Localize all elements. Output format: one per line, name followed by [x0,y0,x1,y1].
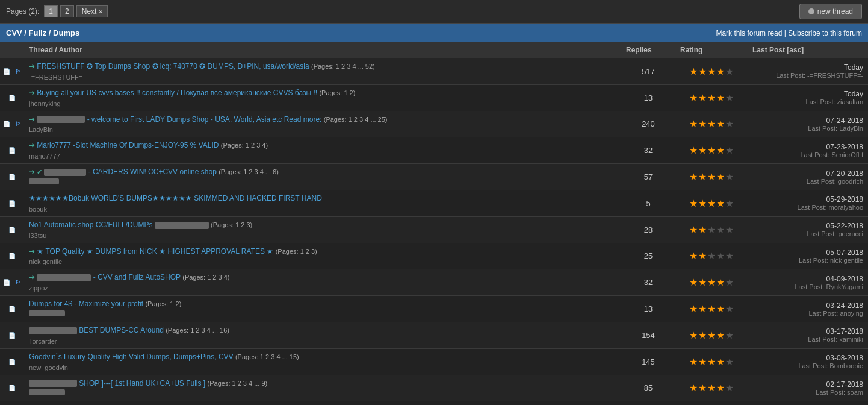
star-empty: ★ [707,224,716,236]
thread-author[interactable]: Torcarder [29,338,57,345]
lastpost-user[interactable]: Last Post: RyukYagami [752,283,863,290]
breadcrumb-dumps[interactable]: Dumps [53,28,79,37]
rating-cell[interactable]: ★★★★★ [675,190,748,216]
thread-cell: ★★★★★★Bobuk WORLD'S DUMPS★★★★★★ SKIMMED … [24,190,621,216]
lastpost-user[interactable]: Last Post: -=FRESHSTUFF=- [752,72,863,79]
rating-cell[interactable]: ★★★★★ [675,322,748,348]
rating-cell[interactable]: ★★★★★ [675,164,748,190]
star-filled: ★ [707,118,716,130]
star-filled: ★ [689,118,698,130]
reply-count: 25 [644,251,653,260]
thread-title[interactable]: ★ TOP Quality ★ DUMPS from NICK ★ HIGHES… [37,247,273,256]
star-empty: ★ [725,171,734,183]
star-filled: ★ [707,303,716,315]
thread-cell: ➜ - CVV and Fullz AutoSHOP (Pages: 1 2 3… [24,269,621,295]
star-filled: ★ [689,303,698,315]
top-bar: Pages (2): 1 2 Next » new thread [0,0,868,24]
rating-cell[interactable]: ★★★★★ [675,85,748,111]
star-filled: ★ [707,145,716,156]
rating-cell[interactable]: ★★★★★ [675,243,748,269]
thread-author[interactable]: l33tsu [29,232,46,239]
thread-title[interactable]: SHOP ]---[ 1st Hand UK+CA+US Fulls ] [79,379,205,388]
lastpost-cell: 07-24-2018 Last Post: LadyBin [748,111,868,137]
thread-author[interactable]: -=FRESHSTUFF=- [29,74,85,81]
star-filled: ★ [698,118,707,130]
lastpost-user[interactable]: Last Post: soam [752,389,863,396]
thread-title[interactable]: Buying all your US cvvs bases !! constan… [37,89,317,97]
author-blurred [29,310,65,316]
page-2-button[interactable]: 2 [60,5,74,17]
reply-count: 57 [644,172,653,181]
thread-cell: ➜ Buying all your US cvvs bases !! const… [24,85,621,111]
lastpost-user[interactable]: Last Post: ziasultan [752,98,863,105]
reply-count: 145 [642,357,655,366]
thread-pages: (Pages: 1 2 3 4 ... 16) [166,327,229,334]
table-row: 📄 No1 Automatic shop CC/FULL/DUMPs (Page… [0,217,868,243]
breadcrumb-fullz[interactable]: Fullz [29,28,47,37]
lastpost-user[interactable]: Last Post: peerucci [752,230,863,237]
lastpost-user[interactable]: Last Post: moralyahoo [752,204,863,211]
lastpost-cell: 05-29-2018 Last Post: moralyahoo [748,190,868,216]
rating-cell[interactable]: ★★★★★ [675,137,748,163]
thread-title[interactable]: ★★★★★★Bobuk WORLD'S DUMPS★★★★★★ SKIMMED … [29,194,322,202]
thread-author[interactable]: nick gentile [29,258,62,265]
thread-pages: (Pages: 1 2 3 4 ... 15) [235,353,299,360]
rating-cell[interactable]: ★★★★★ [675,58,748,84]
thread-title[interactable]: Dumps for 4$ - Maximize your profit [29,300,143,308]
thread-cell: SHOP ]---[ 1st Hand UK+CA+US Fulls ] (Pa… [24,375,621,401]
thread-pages: (Pages: 1 2 3) [211,221,252,228]
thread-pages: (Pages: 1 2 3 4) [182,274,229,281]
thread-title[interactable]: No1 Automatic shop CC/FULL/DUMPs [29,221,152,229]
table-row: 📄 🏳 ➜ FRESHSTUFF ✪ Top Dumps Shop ✪ icq:… [0,58,868,85]
rating-cell[interactable]: ★★★★★ [675,349,748,375]
thread-author[interactable]: zippoz [29,284,48,292]
rating-cell[interactable]: ★★★★★ [675,296,748,322]
lastpost-user[interactable]: Last Post: kaminiki [752,336,863,343]
replies-cell: 154 [621,322,675,348]
lastpost-cell: 05-22-2018 Last Post: peerucci [748,217,868,243]
thread-title[interactable]: Mario7777 -Slot Machine Of Dumps-ENJOY-9… [37,141,219,149]
thread-title[interactable]: - welcome to First LADY Dumps Shop - USA… [87,115,322,124]
arrow-icon: ➜ [29,273,37,281]
lastpost-user[interactable]: Last Post: SeniorOfLf [752,151,863,159]
lastpost-user[interactable]: Last Post: nick gentile [752,257,863,264]
col-icon [0,46,24,54]
rating-cell[interactable]: ★★★★★ [675,111,748,137]
col-thread-author: Thread / Author [24,46,621,54]
next-page-button[interactable]: Next » [76,5,108,17]
breadcrumb-cvv[interactable]: CVV [6,28,22,37]
table-row: 📄 ➜ Buying all your US cvvs bases !! con… [0,85,868,111]
thread-title[interactable]: Goodvin`s Luxury Quality High Valid Dump… [29,353,234,361]
arrow-icon: ➜ [29,247,37,256]
thread-status-icon: 📄 [7,383,17,394]
thread-status-icon: 📄 [7,198,17,209]
rating-cell[interactable]: ★★★★★ [675,401,748,405]
thread-author[interactable]: jhonnyking [29,100,61,107]
star-filled: ★ [698,224,707,236]
thread-pages: (Pages: 1 2 3 4 ... 9) [208,380,268,387]
arrow-icon: ➜ [29,89,37,97]
rating-cell[interactable]: ★★★★★ [675,269,748,295]
thread-pages: (Pages: 1 2) [319,89,355,96]
thread-author[interactable]: bobuk [29,206,47,213]
star-filled: ★ [689,250,698,262]
thread-title[interactable]: FRESHSTUFF ✪ Top Dumps Shop ✪ icq: 74077… [37,62,309,71]
rating-cell[interactable]: ★★★★★ [675,217,748,243]
lastpost-user[interactable]: Last Post: Bomboobie [752,362,863,369]
thread-author[interactable]: LadyBin [29,126,53,133]
page-1-button[interactable]: 1 [44,5,58,17]
thread-title[interactable]: - CARDERS WIN! CC+CVV online shop [88,168,217,176]
mark-read-link[interactable]: Mark this forum read [716,29,782,37]
thread-author[interactable]: mario7777 [29,152,60,160]
thread-list: 📄 🏳 ➜ FRESHSTUFF ✪ Top Dumps Shop ✪ icq:… [0,58,868,405]
rating-cell[interactable]: ★★★★★ [675,375,748,401]
thread-title[interactable]: BEST DUMPS-CC Around [79,326,164,334]
lastpost-user[interactable]: Last Post: anoying [752,310,863,317]
thread-author[interactable]: new_goodvin [29,364,68,371]
thread-title[interactable]: - CVV and Fullz AutoSHOP [93,273,181,281]
lastpost-user[interactable]: Last Post: goodrich [752,178,863,185]
lastpost-user[interactable]: Last Post: LadyBin [752,125,863,132]
star-filled: ★ [689,356,698,368]
new-thread-button[interactable]: new thread [799,4,862,19]
subscribe-link[interactable]: Subscribe to this forum [788,29,862,37]
